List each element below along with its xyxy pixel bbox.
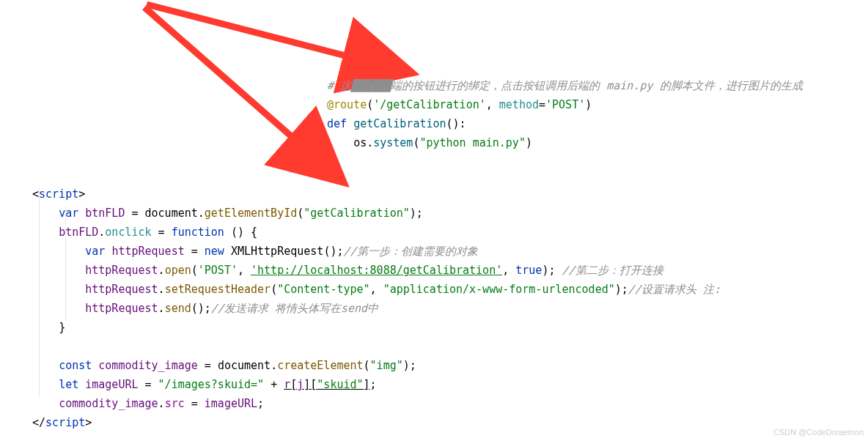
py-comment: # 这██████端的按钮进行的绑定，点击按钮调用后端的 main.py 的脚本… (327, 79, 803, 92)
svg-line-1 (144, 7, 345, 183)
get-calibration-id: "getCalibration" (304, 207, 410, 220)
js-code-block: <script> var btnFLD = document.getElemen… (32, 166, 721, 432)
py-decorator: @route (327, 98, 367, 111)
request-url: 'http://localhost:8088/getCalibration' (251, 264, 502, 277)
python-code-block: # 这██████端的按钮进行的绑定，点击按钮调用后端的 main.py 的脚本… (327, 57, 803, 152)
watermark: CSDN @CodeDoraemon (773, 428, 864, 437)
script-open-tag: script (39, 188, 78, 201)
py-fn-name: getCalibration (353, 117, 446, 130)
script-close-tag: script (45, 416, 85, 429)
